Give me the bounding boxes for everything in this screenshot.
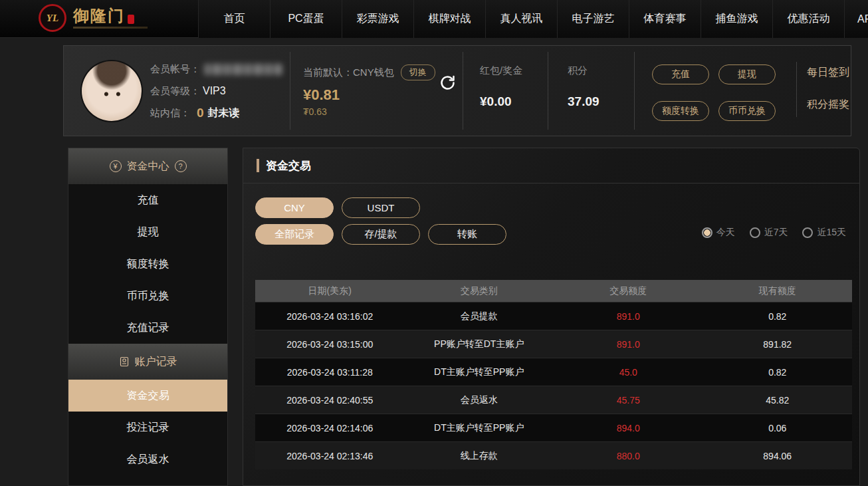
wallet-action-button[interactable]: 充值 xyxy=(652,64,709,84)
sidebar-item[interactable]: 资金交易 xyxy=(68,380,227,412)
sidebar-item[interactable]: 充值 xyxy=(68,184,227,216)
brand-name: 御隆门 xyxy=(73,8,125,24)
date-filters: 今天近7天近15天 xyxy=(702,227,846,239)
filters: CNYUSDT 全部记录存/提款转账 今天近7天近15天 xyxy=(255,197,851,251)
sidebar-item[interactable]: 充值记录 xyxy=(68,312,227,344)
currency-tab[interactable]: CNY xyxy=(255,197,334,218)
sidebar: ¥ 资金中心 ? 充值提现额度转换币币兑换充值记录 账户记录 资金交易投注记录会… xyxy=(68,148,228,486)
inbox-suffix[interactable]: 封未读 xyxy=(208,106,240,120)
table-cell: 894.06 xyxy=(703,451,853,461)
points-value: 37.09 xyxy=(568,94,599,109)
nav-item[interactable]: 电子游艺 xyxy=(557,0,629,38)
nav-item[interactable]: 真人视讯 xyxy=(485,0,557,38)
table-cell: 2026-03-24 02:13:46 xyxy=(255,451,405,461)
table-cell: DT主账户转至PP账户 xyxy=(405,422,554,434)
table-cell: 线上存款 xyxy=(405,450,554,462)
account-number-blurred xyxy=(204,64,282,75)
radio-label: 今天 xyxy=(716,227,735,239)
help-icon[interactable]: ? xyxy=(175,160,187,172)
table-cell: 2026-03-24 02:40:55 xyxy=(255,395,405,406)
table-row: 2026-03-24 03:15:00PP账户转至DT主账户891.0891.8… xyxy=(255,330,852,358)
divider xyxy=(290,52,290,130)
usdt-balance: ₮0.63 xyxy=(303,106,435,117)
table-cell: 45.75 xyxy=(554,395,703,406)
table-cell: 2026-03-24 03:15:00 xyxy=(255,339,405,350)
record-tab[interactable]: 全部记录 xyxy=(255,224,334,245)
wallet-default-label: 当前默认：CNY钱包 xyxy=(303,66,394,79)
nav-item[interactable]: 彩票游戏 xyxy=(342,0,413,38)
record-tab[interactable]: 存/提款 xyxy=(342,224,420,245)
bonus-section: 红包/奖金 ¥0.00 xyxy=(480,64,522,109)
table-cell: 45.0 xyxy=(554,367,703,378)
nav-items: 首页PC蛋蛋彩票游戏棋牌对战真人视讯电子游艺体育赛事捕鱼游戏优惠活动AP xyxy=(198,0,868,38)
nav-item[interactable]: 优惠活动 xyxy=(772,0,844,38)
wallet-action-button[interactable]: 提现 xyxy=(718,64,776,84)
sidebar-item[interactable]: 会员返水 xyxy=(68,443,227,475)
inbox-count[interactable]: 0 xyxy=(197,106,204,120)
daily-link[interactable]: 积分摇奖 xyxy=(807,98,849,112)
table-cell: 891.0 xyxy=(554,311,703,322)
table-cell: 45.82 xyxy=(703,395,853,406)
record-tab[interactable]: 转账 xyxy=(428,224,506,245)
brand-seal-icon xyxy=(128,15,134,24)
table-cell: 0.06 xyxy=(703,423,853,433)
main-panel: 资金交易 CNYUSDT 全部记录存/提款转账 今天近7天近15天 日期(美东)… xyxy=(243,148,860,486)
cny-balance: ¥0.81 xyxy=(303,86,435,104)
points-section: 积分 37.09 xyxy=(568,64,599,109)
nav-item[interactable]: 捕鱼游戏 xyxy=(701,0,772,38)
table-cell: PP账户转至DT主账户 xyxy=(405,338,554,350)
sidebar-item[interactable]: 币币兑换 xyxy=(68,280,227,312)
brand-emblem-icon: YL xyxy=(39,4,66,32)
bonus-label: 红包/奖金 xyxy=(480,64,522,77)
refresh-balance-button[interactable] xyxy=(438,74,457,92)
sidebar-section-title: 资金中心 xyxy=(127,160,169,174)
sidebar-section-records-header: 账户记录 xyxy=(68,344,227,380)
sidebar-item[interactable]: 投注记录 xyxy=(68,412,227,443)
radio-label: 近7天 xyxy=(764,227,788,239)
table-header-cell: 现有额度 xyxy=(703,285,853,297)
brand-tagline xyxy=(73,27,148,29)
date-radio[interactable]: 今天 xyxy=(702,227,735,239)
avatar[interactable] xyxy=(82,61,142,121)
date-radio[interactable]: 近15天 xyxy=(802,227,846,239)
wallet-action-button[interactable]: 额度转换 xyxy=(652,101,709,121)
radio-dot-icon xyxy=(702,227,712,238)
daily-links: 每日签到积分摇奖 xyxy=(807,66,849,112)
currency-tab[interactable]: USDT xyxy=(342,197,420,218)
wallet-section: 当前默认：CNY钱包 切换 ¥0.81 ₮0.63 xyxy=(303,64,435,117)
table-cell: 0.82 xyxy=(703,367,853,378)
page-title: 资金交易 xyxy=(266,158,311,174)
level-value: VIP3 xyxy=(203,85,226,97)
table-cell: DT主账户转至PP账户 xyxy=(405,366,554,378)
table-cell: 880.0 xyxy=(554,451,703,461)
table-cell: 0.82 xyxy=(703,311,853,322)
wallet-switch-button[interactable]: 切换 xyxy=(401,64,435,80)
wallet-action-button[interactable]: 币币兑换 xyxy=(718,101,776,121)
radio-dot-icon xyxy=(750,227,760,238)
table-header-row: 日期(美东)交易类别交易额度现有额度 xyxy=(255,280,852,302)
brand-logo[interactable]: YL 御隆门 xyxy=(39,4,148,32)
sidebar-item[interactable]: 提现 xyxy=(68,216,227,248)
brand-text: 御隆门 xyxy=(73,8,148,29)
table-header-cell: 交易类别 xyxy=(405,285,554,297)
table-cell: 894.0 xyxy=(554,423,703,433)
daily-link[interactable]: 每日签到 xyxy=(807,66,849,80)
table-header-cell: 交易额度 xyxy=(554,285,703,297)
top-nav: YL 御隆门 首页PC蛋蛋彩票游戏棋牌对战真人视讯电子游艺体育赛事捕鱼游戏优惠活… xyxy=(0,0,868,38)
divider xyxy=(796,62,797,117)
nav-item[interactable]: 首页 xyxy=(198,0,270,38)
sidebar-item[interactable]: 额度转换 xyxy=(68,248,227,280)
table-cell: 2026-03-24 03:11:28 xyxy=(255,367,405,378)
nav-item[interactable]: 体育赛事 xyxy=(629,0,701,38)
member-panel: 会员帐号： 会员等级： VIP3 站内信： 0 封未读 当前默认：CNY钱包 切… xyxy=(63,45,851,136)
account-label: 会员帐号： xyxy=(150,63,200,76)
nav-item[interactable]: AP xyxy=(844,0,868,38)
nav-item[interactable]: PC蛋蛋 xyxy=(270,0,342,38)
transactions-table: 日期(美东)交易类别交易额度现有额度 2026-03-24 03:16:02会员… xyxy=(255,280,852,469)
table-row: 2026-03-24 02:13:46线上存款880.0894.06 xyxy=(255,441,852,469)
date-radio[interactable]: 近7天 xyxy=(750,227,788,239)
level-label: 会员等级： xyxy=(150,85,200,98)
table-cell: 会员提款 xyxy=(405,310,554,322)
table-body: 2026-03-24 03:16:02会员提款891.00.822026-03-… xyxy=(255,302,852,469)
nav-item[interactable]: 棋牌对战 xyxy=(413,0,485,38)
